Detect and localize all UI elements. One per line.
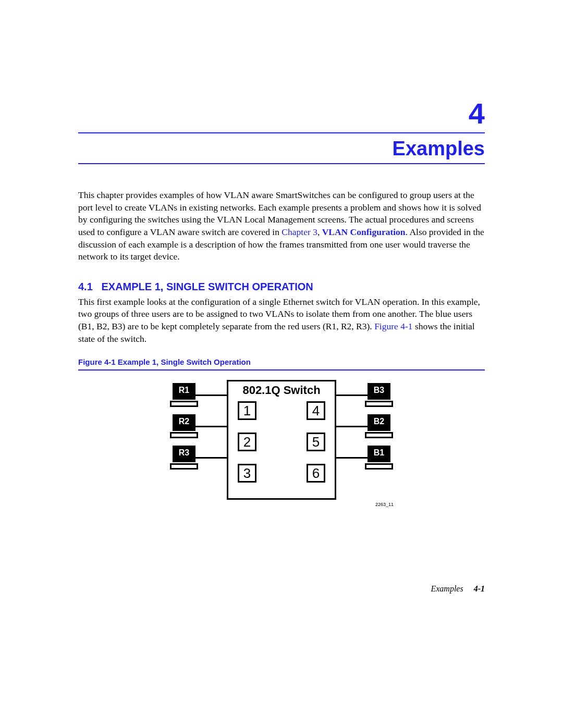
figure-source-id: 2263_11: [375, 502, 394, 507]
wire: [194, 426, 227, 427]
pc-label: B1: [364, 448, 394, 458]
wire: [336, 394, 369, 396]
section-heading: 4.1 EXAMPLE 1, SINGLE SWITCH OPERATION: [78, 281, 485, 293]
rule-bottom: [78, 163, 485, 164]
section-number: 4.1: [78, 281, 93, 292]
switch-body: 802.1Q Switch 1 2 3 4 5 6: [227, 380, 336, 500]
link-chapter-3[interactable]: Chapter 3: [282, 227, 317, 237]
pc-base: [365, 432, 393, 438]
pc-label: B2: [364, 417, 394, 426]
section-title: EXAMPLE 1, SINGLE SWITCH OPERATION: [101, 281, 313, 292]
pc-r1: R1: [169, 383, 199, 410]
page-footer: Examples 4-1: [78, 584, 485, 594]
link-vlan-configuration[interactable]: VLAN Configuration: [322, 227, 406, 237]
pc-label: R1: [169, 386, 199, 395]
pc-r3: R3: [169, 446, 199, 473]
page: 4 Examples This chapter provides example…: [0, 0, 563, 728]
rule-top: [78, 132, 485, 133]
port-6: 6: [307, 464, 325, 483]
figure-caption-row: Figure 4-1 Example 1, Single Switch Oper…: [78, 356, 485, 368]
section-body: This first example looks at the configur…: [78, 296, 485, 346]
pc-base: [365, 463, 393, 470]
chapter-title: Examples: [78, 138, 485, 160]
pc-b1: B1: [364, 446, 394, 473]
pc-label: R2: [169, 417, 199, 426]
pc-b3: B3: [364, 383, 394, 410]
pc-base: [365, 401, 393, 407]
pc-base: [170, 401, 198, 407]
port-2: 2: [238, 433, 256, 451]
pc-base: [170, 432, 198, 438]
link-sep: ,: [317, 227, 322, 237]
pc-base: [170, 463, 198, 470]
pc-label: B3: [364, 386, 394, 395]
intro-paragraph: This chapter provides examples of how VL…: [78, 189, 485, 263]
figure-diagram: R1 R2 R3 B3 B2: [169, 380, 394, 521]
chapter-number: 4: [78, 99, 485, 128]
port-4: 4: [307, 401, 325, 420]
pc-label: R3: [169, 448, 199, 458]
port-3: 3: [238, 464, 256, 483]
figure-caption: Figure 4-1 Example 1, Single Switch Oper…: [78, 357, 251, 368]
footer-page-number: 4-1: [474, 584, 485, 593]
wire: [336, 426, 369, 427]
wire: [194, 394, 227, 396]
footer-chapter-name: Examples: [431, 584, 463, 593]
pc-r2: R2: [169, 414, 199, 441]
port-1: 1: [238, 401, 256, 420]
pc-b2: B2: [364, 414, 394, 441]
port-5: 5: [307, 433, 325, 451]
wire: [194, 457, 227, 459]
figure-caption-rule: [78, 369, 485, 371]
link-figure-4-1[interactable]: Figure 4-1: [374, 321, 412, 331]
wire: [336, 457, 369, 459]
switch-title: 802.1Q Switch: [228, 381, 335, 397]
switch-ports: 1 2 3 4 5 6: [228, 397, 335, 496]
